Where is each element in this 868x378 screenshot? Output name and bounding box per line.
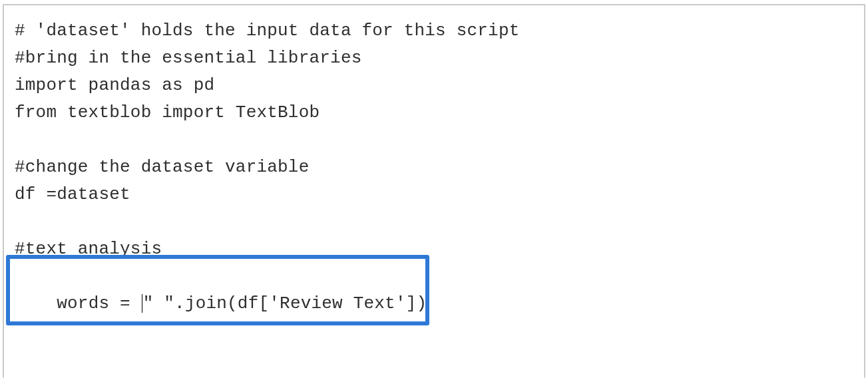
text-cursor: [142, 294, 142, 313]
code-text-segment: " ".join(df['Review Text']): [143, 293, 427, 313]
code-line[interactable]: from textblob import TextBlob: [15, 99, 853, 126]
code-line-cursor[interactable]: words = " ".join(df['Review Text']): [15, 263, 853, 290]
code-line[interactable]: #bring in the essential libraries: [15, 45, 853, 72]
script-editor[interactable]: # 'dataset' holds the input data for thi…: [3, 4, 865, 378]
code-line[interactable]: [15, 126, 853, 154]
code-line[interactable]: import pandas as pd: [15, 72, 853, 99]
code-line[interactable]: #change the dataset variable: [15, 154, 853, 181]
code-line[interactable]: [15, 208, 853, 236]
code-text-segment: words =: [57, 293, 140, 313]
code-line[interactable]: # 'dataset' holds the input data for thi…: [15, 17, 853, 45]
code-line[interactable]: df =dataset: [15, 181, 853, 208]
code-line[interactable]: #text analysis: [15, 236, 853, 263]
